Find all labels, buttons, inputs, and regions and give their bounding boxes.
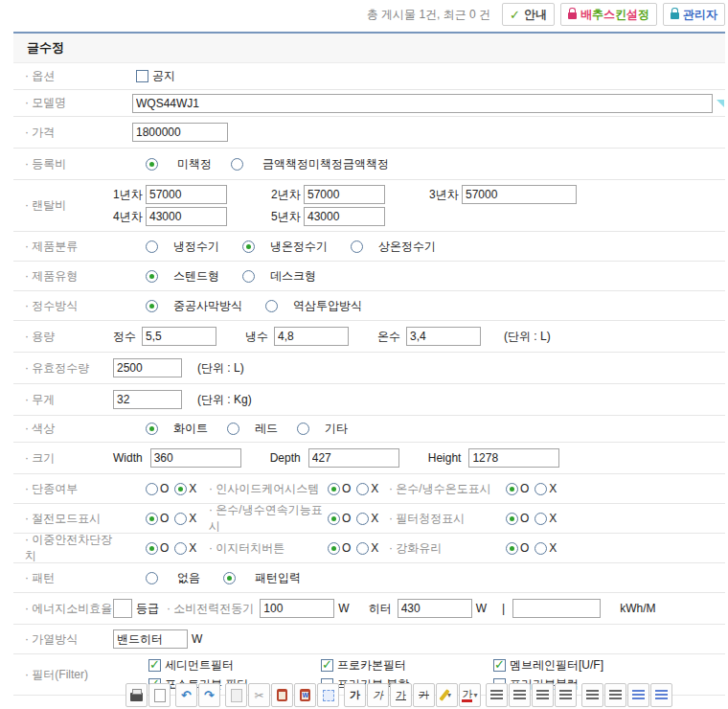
- energy-grade-input[interactable]: [113, 599, 132, 618]
- font-color-button[interactable]: 가▾: [459, 683, 481, 707]
- pro-carbon-filter-checkbox[interactable]: [321, 659, 333, 672]
- energy-grade-label: 등급: [136, 601, 159, 617]
- redo-button[interactable]: ↷: [198, 683, 220, 707]
- temp-display-radio-group: OX: [506, 482, 561, 495]
- radio-o[interactable]: [328, 513, 340, 525]
- row-capacity: · 용량 정수 냉수 온수 (단위 : L): [13, 321, 725, 353]
- radio-x[interactable]: [356, 542, 369, 555]
- align-right-button[interactable]: [532, 683, 554, 707]
- method-radio-reverse-osmosis[interactable]: [265, 300, 278, 312]
- rental-year5-input[interactable]: [304, 207, 385, 226]
- radio-x[interactable]: [535, 513, 547, 525]
- row-weight: · 무게 (단위 : Kg): [13, 384, 725, 416]
- row-label: · 절전모드표시: [13, 511, 113, 527]
- highlight-color-button[interactable]: ▾: [436, 683, 458, 707]
- strikethrough-button[interactable]: 가: [413, 683, 435, 707]
- heating-method-input[interactable]: [113, 629, 188, 649]
- method-radio-hollow-fiber[interactable]: [146, 300, 158, 312]
- radio-x[interactable]: [174, 513, 187, 525]
- select-all-button[interactable]: [317, 683, 339, 707]
- size-height-input[interactable]: [468, 448, 559, 468]
- ptype-radio-desk[interactable]: [242, 270, 255, 283]
- row-power-save: · 절전모드표시 OX · 온수/냉수연속기능표시 OX · 필터청정표시 OX: [13, 504, 725, 534]
- toolbar-group-font: 가 가 가 가 ▾ 가▾: [344, 683, 481, 707]
- notice-button[interactable]: ✓ 안내: [502, 3, 555, 26]
- radio-o[interactable]: [146, 542, 158, 555]
- rental-year4-input[interactable]: [146, 207, 227, 226]
- skin-settings-button[interactable]: 배추스킨설정: [560, 3, 657, 26]
- radio-o[interactable]: [506, 513, 518, 525]
- italic-button[interactable]: 가: [367, 683, 389, 707]
- category-radio-room[interactable]: [351, 240, 363, 253]
- radio-x[interactable]: [356, 513, 369, 525]
- model-name-input[interactable]: [132, 94, 713, 113]
- paste-word-button[interactable]: [294, 683, 316, 707]
- edit-form: 글수정 · 옵션 공지 · 모델명 · 가격 · 등록비: [13, 32, 725, 696]
- outdent-button[interactable]: [627, 683, 649, 707]
- radio-x[interactable]: [174, 483, 187, 495]
- align-center-button[interactable]: [509, 683, 531, 707]
- bold-button[interactable]: 가: [344, 683, 366, 707]
- rental-year2-input[interactable]: [304, 185, 385, 204]
- undo-button[interactable]: ↶: [175, 683, 197, 707]
- effective-capacity-input[interactable]: [113, 358, 182, 377]
- color-radio-other[interactable]: [297, 423, 309, 435]
- rental-year1-input[interactable]: [146, 185, 227, 204]
- price-input[interactable]: [132, 123, 228, 142]
- heater-power-input[interactable]: [398, 599, 472, 618]
- row-model-name: · 모델명: [13, 90, 725, 117]
- membrane-filter-checkbox[interactable]: [493, 659, 506, 672]
- align-left-button[interactable]: [486, 683, 508, 707]
- admin-button[interactable]: 관리자: [663, 3, 725, 26]
- regfee-radio-unset[interactable]: [146, 158, 158, 171]
- radio-x[interactable]: [535, 483, 547, 495]
- redo-icon: ↷: [204, 688, 215, 702]
- method-option-label: 중공사막방식: [173, 298, 242, 314]
- capacity-hot-input[interactable]: [406, 327, 481, 346]
- radio-o[interactable]: [328, 542, 340, 555]
- radio-o[interactable]: [506, 542, 518, 555]
- radio-x[interactable]: [174, 542, 187, 555]
- notice-checkbox[interactable]: [136, 70, 148, 82]
- effective-unit-label: (단위 : L): [197, 360, 244, 377]
- copy-button[interactable]: [225, 683, 247, 707]
- ptype-radio-stand[interactable]: [146, 270, 158, 283]
- ordered-list-button[interactable]: [581, 683, 603, 707]
- underline-icon: 가: [396, 690, 406, 700]
- category-radio-coldhot[interactable]: [242, 240, 255, 253]
- radio-o[interactable]: [146, 513, 158, 525]
- regfee-radio-amount[interactable]: [231, 158, 243, 171]
- row-double-safety: · 이중안전차단장치 OX · 이지터치버튼 OX · 강화유리 OX: [13, 534, 725, 563]
- radio-o[interactable]: [146, 483, 158, 495]
- new-document-button[interactable]: [148, 683, 171, 707]
- energy-kwh-input[interactable]: [512, 599, 601, 618]
- weight-input[interactable]: [113, 390, 182, 409]
- sub-label-inside-care: · 인사이드케어시스템: [209, 481, 328, 497]
- radio-o[interactable]: [506, 483, 518, 495]
- rental-year3-input[interactable]: [462, 185, 577, 204]
- unordered-list-button[interactable]: [604, 683, 626, 707]
- category-radio-cold[interactable]: [146, 240, 158, 253]
- capacity-unit-label: (단위 : L): [504, 329, 551, 345]
- sediment-filter-checkbox[interactable]: [148, 659, 161, 672]
- capacity-purified-input[interactable]: [142, 327, 216, 346]
- color-radio-white[interactable]: [146, 423, 158, 435]
- indent-button[interactable]: [650, 683, 672, 707]
- motor-power-input[interactable]: [260, 599, 334, 618]
- radio-x[interactable]: [535, 542, 547, 555]
- paste-button[interactable]: [271, 683, 293, 707]
- size-width-input[interactable]: [150, 448, 241, 468]
- size-depth-input[interactable]: [308, 448, 399, 468]
- radio-o[interactable]: [328, 483, 340, 495]
- cut-button[interactable]: ✂: [248, 683, 270, 707]
- color-radio-red[interactable]: [227, 423, 239, 435]
- print-button[interactable]: [125, 683, 148, 707]
- align-justify-button[interactable]: [555, 683, 577, 707]
- pattern-radio-input[interactable]: [223, 572, 236, 584]
- row-registration-fee: · 등록비 미책정 금액책정미책정금액책정: [13, 149, 725, 180]
- pattern-radio-none[interactable]: [146, 572, 158, 584]
- toolbar-group-clipboard: ✂: [225, 683, 339, 707]
- underline-button[interactable]: 가: [390, 683, 412, 707]
- capacity-cold-input[interactable]: [274, 327, 349, 346]
- radio-x[interactable]: [356, 483, 369, 495]
